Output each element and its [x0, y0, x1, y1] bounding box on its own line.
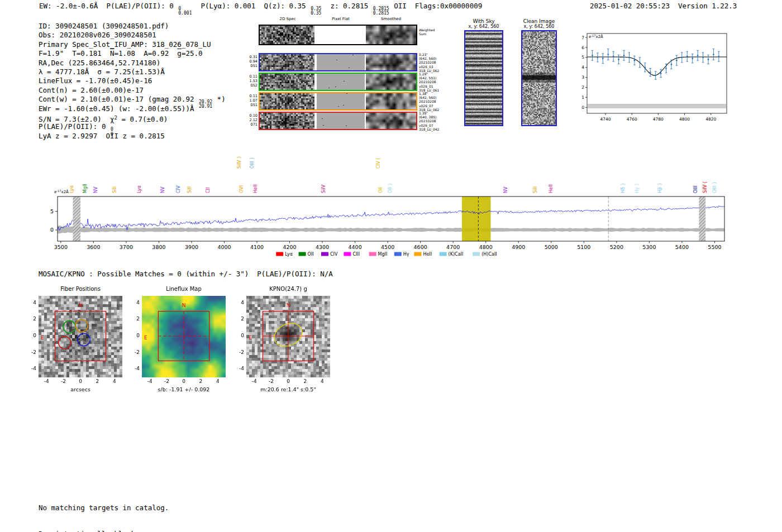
kpno-g-title: KPNO(24.7) g — [246, 286, 330, 292]
spec2d-panel: 2D Spec Pixel Flat Smoothed Weighted Sum… — [246, 16, 469, 136]
lineflux-map-title: Lineflux Map — [142, 286, 226, 292]
svg-text:4400: 4400 — [349, 244, 362, 250]
text-segment: Cont(w) = 2.10(±0.01)e-17 (gmag 20.92 — [39, 95, 198, 103]
kpno-g-overlay: NE — [246, 296, 330, 377]
pixel-flat-image — [317, 74, 365, 90]
x-tick-label: -2 — [58, 378, 69, 384]
detection-highlight-band — [462, 196, 491, 241]
spec2d-row-right-label: 0.23"(642, 560)20210208v026_03318_LU_062 — [419, 52, 458, 73]
svg-text:4900: 4900 — [512, 244, 525, 250]
pixel-flat-image — [317, 54, 365, 70]
with-sky-coords: x, y: 642, 560 — [457, 24, 511, 29]
svg-text:4100: 4100 — [250, 244, 264, 250]
clean-image-coords: x, y: 642, 560 — [515, 24, 563, 29]
fiber-circle — [91, 310, 103, 323]
clean-image-title: Clean Image — [515, 18, 563, 24]
kpno-g-cutout: KPNO(24.7) g NE m:20.6 re:1.4" s:0.5" -4… — [232, 286, 344, 397]
smoothed-image — [366, 74, 416, 90]
text-segment: λ = 4777.18Å σ = 7.25(±1.53)Å — [39, 68, 165, 76]
text-segment: EWr = -1.60(±0.45) (w: -2.00(±0.55))Å — [39, 104, 194, 113]
y-tick-label: -2 — [127, 349, 140, 355]
spec2d-row-left-label: 0.111.07051 — [246, 94, 258, 107]
svg-text:4820: 4820 — [705, 117, 716, 122]
info-line: P(LAE)/P(OII): 0 00 — [39, 122, 226, 131]
legend-label: Lyα — [285, 252, 293, 257]
emission-line-label: OII } — [388, 183, 393, 193]
y-tick-label: -4 — [232, 366, 244, 371]
x-tick-label: -2 — [161, 378, 173, 384]
smoothed-image — [366, 54, 416, 70]
info-line: Cont(n) = 2.60(±0.00)e-17 — [39, 86, 226, 95]
emission-line-label: CIV ( — [376, 158, 381, 169]
text-segment: F=1.9" T=0.181 — [39, 49, 110, 57]
stacked-value: 00.001 — [178, 7, 192, 16]
svg-text:4800: 4800 — [479, 244, 493, 250]
text-segment: LineFlux = -1.70(±0.45)e-16 — [39, 76, 152, 85]
svg-text:4600: 4600 — [414, 244, 427, 250]
legend-swatch — [473, 252, 480, 256]
info-line: F=1.9" T=0.181 N=1.08 A=0.92 g=25.0 — [39, 49, 226, 58]
compass-east-label: E — [144, 335, 147, 341]
legend-swatch — [394, 252, 402, 256]
info-line: Primary Spec_Slot_IFU_AMP: 318_026_078_L… — [39, 40, 226, 49]
masked-region — [699, 196, 705, 241]
legend-label: CIII — [352, 252, 360, 257]
text-segment: Cont(n) = 2.60(±0.00)e-17 — [39, 86, 144, 94]
spec2d-row-right-label: 1.35"(640, 385)20210208v026_07318_LU_042 — [419, 111, 458, 131]
full-spectrum-chart: 3500360037003800390040004100420043004400… — [31, 150, 751, 264]
spec2d-row-left-label: 0.111.53052 — [246, 74, 258, 88]
text-segment: z: 0.2815 — [322, 2, 372, 10]
y-tick-label: -4 — [24, 366, 36, 371]
x-tick-label: 0 — [283, 378, 294, 384]
x-tick-label: -2 — [266, 378, 277, 384]
svg-text:4780: 4780 — [653, 117, 664, 122]
x-tick-label: 2 — [92, 378, 103, 384]
highlighted-fiber-circle — [78, 334, 90, 346]
clean-image — [521, 30, 557, 126]
legend-swatch — [299, 252, 306, 256]
emission-line-label: Lyα — [69, 185, 74, 193]
svg-text:7: 7 — [581, 35, 584, 40]
legend-label: OII — [308, 252, 314, 257]
text-segment: = 0.7(±0.0) — [117, 115, 168, 123]
info-line: ID: 3090248501 (3090248501.pdf) — [39, 22, 226, 31]
spec2d-row-left-label: 0.102.12071 — [246, 113, 258, 127]
text-segment: OII Flags:0x00000009 — [390, 2, 483, 10]
emission-line-label: OII — [378, 187, 383, 193]
x-tick-label: -4 — [144, 378, 155, 384]
svg-text:3600: 3600 — [87, 244, 100, 250]
legend-label: CIV — [330, 252, 338, 257]
lineflux-map-cutout: Lineflux Map NE s/b: -1.91 +/- 0.092 -4-… — [127, 286, 239, 397]
text-segment: ID: 3090248501 (3090248501.pdf) — [39, 22, 169, 30]
masked-region — [73, 196, 80, 241]
kpno-g-caption: m:20.6 re:1.4" s:0.5" — [246, 386, 330, 392]
svg-text:3500: 3500 — [54, 244, 68, 250]
legend-label: (K)CaII — [449, 252, 464, 257]
x-tick-label: 0 — [178, 378, 189, 384]
svg-text:5: 5 — [50, 208, 54, 214]
emission-line-label: SiIV } — [237, 156, 242, 169]
spec2d-summary-smoothed — [366, 26, 416, 44]
info-line: EWr = -1.60(±0.45) (w: -2.00(±0.55))Å — [39, 104, 226, 113]
y-tick-label: 4 — [24, 300, 36, 305]
svg-text:4300: 4300 — [316, 244, 329, 250]
fiber-positions-cutout: Fiber Positions NE arcsecs -4-4-2-200224… — [24, 286, 136, 397]
x-tick-label: -4 — [41, 378, 52, 384]
svg-text:5300: 5300 — [642, 244, 656, 250]
elixer-report-page: EW: -2.0±-0.6Å P(LAE)/P(OII): 0 00.001 P… — [0, 0, 782, 532]
svg-text:3800: 3800 — [152, 244, 165, 250]
legend-swatch — [440, 252, 447, 256]
weighted-sum-line2: Sum — [419, 32, 447, 36]
header-measurements: EW: -2.0±-0.6Å P(LAE)/P(OII): 0 00.001 P… — [39, 2, 482, 16]
clean-image-panel: Clean Image x, y: 642, 560 — [515, 18, 563, 126]
emission-line-label: OIII } — [250, 157, 255, 169]
emission-line-label: Hγ } — [635, 183, 640, 193]
emission-line-label: Lyα — [137, 185, 142, 193]
svg-text:6: 6 — [581, 45, 584, 50]
svg-text:5: 5 — [581, 55, 584, 60]
spec2d-col-header-smoothed: Smoothed — [366, 17, 416, 21]
text-segment: P(Lyα): 0.001 Q(z): 0.35 — [192, 2, 310, 10]
spec2d-col-header-pixelflat: Pixel Flat — [317, 17, 365, 21]
weighted-sum-line1: Weighted — [419, 28, 447, 32]
y-tick-label: 0 — [127, 333, 140, 338]
